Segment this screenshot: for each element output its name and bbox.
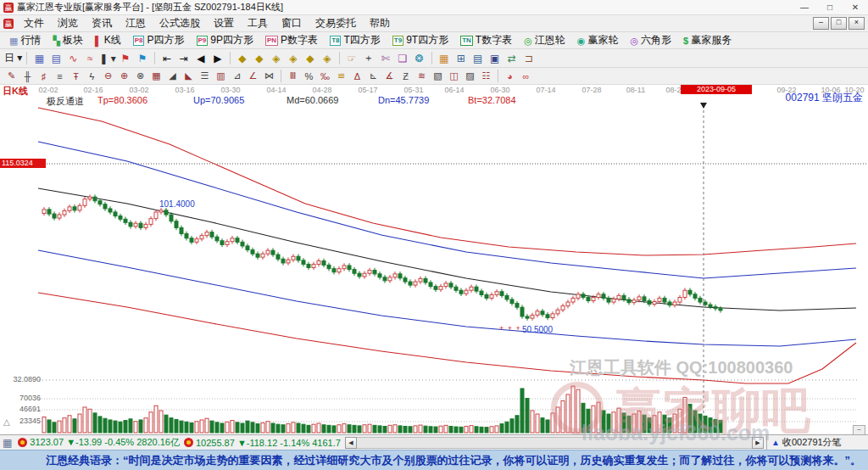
save-icon[interactable]: ▣ <box>487 51 504 66</box>
triangle-tool-icon[interactable]: ⊿ <box>229 70 245 83</box>
horizontal-scrollbar[interactable]: ◀ ▶ <box>345 437 764 449</box>
sync-icon[interactable]: ⇄ <box>504 51 520 66</box>
hline-set-icon[interactable]: ≡ <box>52 70 68 83</box>
gann-box-icon[interactable]: ▦ <box>148 70 164 83</box>
tool-9t-square[interactable]: T99T四方形 <box>387 33 454 48</box>
angle-up-icon[interactable]: ◢ <box>164 70 181 83</box>
close-button[interactable]: ✕ <box>843 3 868 12</box>
last-bar-icon[interactable]: ⇥ <box>175 51 192 66</box>
maximize-button[interactable]: □ <box>817 3 843 12</box>
kline-chart-area[interactable]: 日K线 02-0202-1603-0203-1603-3004-1404-280… <box>0 85 868 434</box>
pie-icon[interactable]: ◕ <box>502 70 518 83</box>
kline-chart-canvas[interactable] <box>0 85 868 434</box>
draw-pen-icon[interactable]: ✎ <box>3 70 19 83</box>
mdi-minimize-button[interactable]: – <box>813 17 829 30</box>
shenzhen-index-quote[interactable]: 10255.87 ▼-118.12 -1.14% 4161.7 <box>196 438 341 448</box>
tool-winner-service[interactable]: $赢家服务 <box>677 33 737 48</box>
mdi-close-button[interactable]: × <box>849 17 865 30</box>
calendar-icon[interactable]: ▦ <box>436 51 453 66</box>
angle-dn-icon[interactable]: ◣ <box>181 70 197 83</box>
minimize-button[interactable]: — <box>792 3 817 12</box>
hand-icon[interactable]: ☞ <box>343 51 360 66</box>
trend-wave-icon[interactable]: ≈ <box>81 51 98 66</box>
shade-box-icon[interactable]: ▧ <box>430 70 446 83</box>
bands-icon[interactable]: ☰ <box>197 70 213 83</box>
golden-section-icon[interactable]: ≌ <box>333 70 349 83</box>
menu-item-file[interactable]: 文件 <box>17 16 51 31</box>
tool-9p-square[interactable]: P99P四方形 <box>191 33 259 48</box>
menu-item-trade-order[interactable]: 交易委托 <box>309 16 363 31</box>
tool-t-number-table[interactable]: TNT数字表 <box>454 33 518 48</box>
mdi-restore-button[interactable]: □ <box>831 17 847 30</box>
wheel-small-icon[interactable]: ❂ <box>411 51 428 66</box>
tool-kline[interactable]: ▌K线 <box>89 33 127 48</box>
scroll-track[interactable] <box>357 437 752 449</box>
angle-arc-icon[interactable]: ∡ <box>381 70 398 83</box>
angle-tool-icon[interactable]: ∠ <box>245 70 261 83</box>
period-day-dropdown[interactable]: 日 ▾ <box>3 51 23 66</box>
tool-hexagon[interactable]: ◎六角形 <box>624 33 677 48</box>
gann-grid-icon[interactable]: ♯ <box>36 70 52 83</box>
menu-item-browse[interactable]: 浏览 <box>51 16 85 31</box>
calculator-icon[interactable]: ⊞ <box>453 51 470 66</box>
candle-style-dropdown[interactable]: ❚ ▾ <box>98 51 116 66</box>
gann-fan-icon[interactable]: ⊗ <box>132 70 148 83</box>
z-line-icon[interactable]: Ƶ <box>398 70 414 83</box>
tool-p-number-table[interactable]: PNP数字表 <box>259 33 324 48</box>
menu-item-settings[interactable]: 设置 <box>207 16 241 31</box>
diamond-right-icon[interactable]: ◆ <box>251 51 268 66</box>
t-tool-icon[interactable]: Ŧ <box>68 70 84 83</box>
next-bar-icon[interactable]: ▶ <box>209 51 226 66</box>
menu-item-formula-select[interactable]: 公式选股 <box>153 16 207 31</box>
circle-minus-icon[interactable]: ⊖ <box>100 70 116 83</box>
shanghai-index-quote[interactable]: 3123.07 ▼-13.99 -0.45% 2820.16亿 <box>30 436 180 449</box>
tool-market-quotes[interactable]: ▦行情 <box>3 33 47 48</box>
diamond-v-icon[interactable]: ◈ <box>285 51 302 66</box>
shanghai-index-icon[interactable] <box>18 438 27 447</box>
trend-line-icon[interactable]: ∿ <box>64 51 81 66</box>
tool-p-square[interactable]: P8P四方形 <box>127 33 191 48</box>
hatch-box-icon[interactable]: ▨ <box>462 70 478 83</box>
tool-winner-wheel[interactable]: ◉赢家轮 <box>571 33 625 48</box>
gann-circle-icon[interactable]: ⊕ <box>116 70 132 83</box>
ratio-icon[interactable]: Ⅲ <box>285 70 301 83</box>
split-box-icon[interactable]: ◫ <box>446 70 462 83</box>
infinity-icon[interactable]: ∞ <box>518 70 534 83</box>
info-panel-icon[interactable]: ▤ <box>47 51 64 66</box>
menu-item-gann[interactable]: 江恩 <box>119 16 153 31</box>
menu-item-help[interactable]: 帮助 <box>363 16 397 31</box>
eraser-icon[interactable]: ❏ <box>394 51 411 66</box>
order-cart-icon[interactable]: ⊐ <box>520 51 537 66</box>
flag-color-icon[interactable]: ⚑ <box>134 51 151 66</box>
zigzag-icon[interactable]: ϟ <box>84 70 100 83</box>
wave-ruler-icon[interactable]: ≋ <box>414 70 430 83</box>
diamond-left-icon[interactable]: ◆ <box>234 51 251 66</box>
notes-icon[interactable]: ▤ <box>470 51 487 66</box>
tool-sectors[interactable]: ▚板块 <box>47 33 88 48</box>
diamond-out-icon[interactable]: ◈ <box>319 51 336 66</box>
shenzhen-index-icon[interactable] <box>184 438 193 447</box>
trigram-icon[interactable]: ☷ <box>478 70 494 83</box>
menu-item-news[interactable]: 资讯 <box>85 16 119 31</box>
tool-t-square[interactable]: T8T四方形 <box>324 33 387 48</box>
cut-icon[interactable]: ✄ <box>377 51 394 66</box>
tick-panel-toggle[interactable]: ▲ 收002791分笔 <box>766 435 868 450</box>
scroll-left-button[interactable]: ◀ <box>345 437 357 449</box>
delta-icon[interactable]: Δ <box>349 70 365 83</box>
quote-grid-icon[interactable]: ▦ <box>3 437 12 449</box>
menu-item-tools[interactable]: 工具 <box>241 16 275 31</box>
prev-bar-icon[interactable]: ◀ <box>192 51 209 66</box>
tool-gann-wheel[interactable]: ◎江恩轮 <box>518 33 571 48</box>
diamond-h-icon[interactable]: ◈ <box>268 51 285 66</box>
diamond-in-icon[interactable]: ◆ <box>302 51 319 66</box>
percent-icon[interactable]: % <box>301 70 317 83</box>
permille-icon[interactable]: ‰ <box>317 70 333 83</box>
first-bar-icon[interactable]: ⇤ <box>159 51 175 66</box>
cross-lines-icon[interactable]: ⋈ <box>261 70 277 83</box>
window-layout-icon[interactable]: ▦ <box>31 51 47 66</box>
grid-lines-icon[interactable]: ╫ <box>19 70 36 83</box>
crosshair-icon[interactable]: ＋ <box>360 51 377 66</box>
flag-red-icon[interactable]: ⚑ <box>117 51 134 66</box>
mini-collapse-button[interactable]: − <box>853 425 865 434</box>
speed-line-icon[interactable]: ⊾ <box>365 70 381 83</box>
